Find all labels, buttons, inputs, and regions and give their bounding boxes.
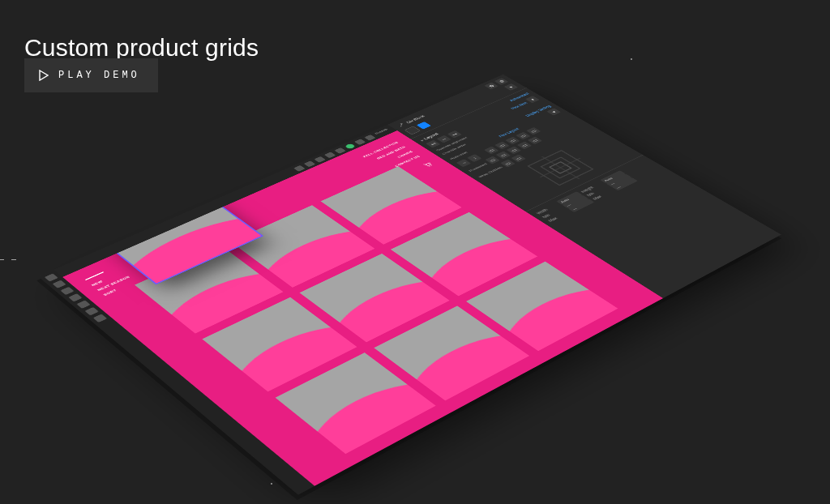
product-tile[interactable]: [275, 352, 435, 454]
tool-icon[interactable]: [76, 301, 90, 309]
speck: [0, 259, 4, 260]
product-tile[interactable]: [203, 297, 357, 391]
menu-item[interactable]: SORT: [103, 280, 137, 297]
product-tile[interactable]: [374, 305, 529, 400]
menu-item[interactable]: NEW: [91, 271, 125, 287]
tool-icon[interactable]: [84, 307, 98, 315]
align-btn[interactable]: ▭: [496, 152, 511, 160]
tool-icon[interactable]: [53, 280, 66, 288]
cart-icon[interactable]: [421, 161, 434, 169]
direction-icon[interactable]: ↓: [467, 154, 481, 162]
speck: [271, 483, 272, 485]
toolbar-icon[interactable]: [364, 135, 375, 141]
svg-point-1: [430, 164, 432, 165]
svg-point-0: [429, 166, 430, 167]
left-toolbar[interactable]: [38, 270, 314, 495]
align-icon[interactable]: ↔: [437, 135, 451, 143]
tool-icon[interactable]: [68, 293, 82, 301]
device-icon[interactable]: [334, 147, 345, 154]
wrap-btn[interactable]: ▭: [501, 160, 516, 168]
demo-scene: Publish NEW NEXT SEASON SORT FALL COLLEC…: [107, 45, 723, 466]
align-btn[interactable]: ▭: [517, 142, 532, 150]
paint-icon: [396, 122, 407, 128]
justify-icon[interactable]: ▭: [516, 132, 530, 140]
align-btn[interactable]: ▭: [528, 137, 542, 145]
tool-icon[interactable]: [45, 274, 58, 282]
justify-icon[interactable]: ▭: [526, 127, 541, 135]
breakpoint-base[interactable]: [417, 122, 431, 129]
align-btn[interactable]: ▭: [485, 156, 500, 164]
wrap-btn[interactable]: ▭: [511, 154, 526, 162]
device-icon[interactable]: [324, 152, 336, 158]
tool-icon[interactable]: [93, 314, 107, 322]
justify-icon[interactable]: ▭: [494, 142, 509, 150]
expand-icon[interactable]: ▾: [525, 96, 540, 103]
product-tile[interactable]: [466, 261, 618, 351]
toolbar-icon[interactable]: [354, 139, 366, 145]
settings-icon[interactable]: ✿: [484, 83, 498, 90]
speck: [11, 259, 16, 260]
play-icon: [39, 70, 49, 81]
product-tile[interactable]: [299, 254, 449, 342]
align-btn[interactable]: ▭: [507, 147, 521, 155]
align-icon[interactable]: ↦: [447, 130, 462, 139]
justify-icon[interactable]: ▭: [484, 147, 498, 155]
direction-icon[interactable]: →: [456, 159, 472, 167]
menu-item[interactable]: NEXT SEASON: [96, 275, 130, 292]
svg-line-6: [541, 158, 580, 177]
site-left-menu: NEW NEXT SEASON SORT: [85, 266, 137, 297]
gear-icon[interactable]: ⚙: [494, 78, 508, 85]
menu-underline: [85, 271, 104, 280]
chevron-down-icon[interactable]: ▾: [504, 83, 519, 91]
align-icon[interactable]: ↤: [426, 140, 440, 148]
expand-icon[interactable]: ▾: [546, 108, 561, 115]
speck: [631, 58, 632, 60]
editor-window: Publish NEW NEXT SEASON SORT FALL COLLEC…: [38, 75, 781, 495]
tool-icon[interactable]: [60, 287, 74, 295]
justify-icon[interactable]: ▭: [505, 137, 520, 145]
status-dot-icon: [344, 143, 356, 149]
breakpoint-none[interactable]: [404, 126, 421, 135]
